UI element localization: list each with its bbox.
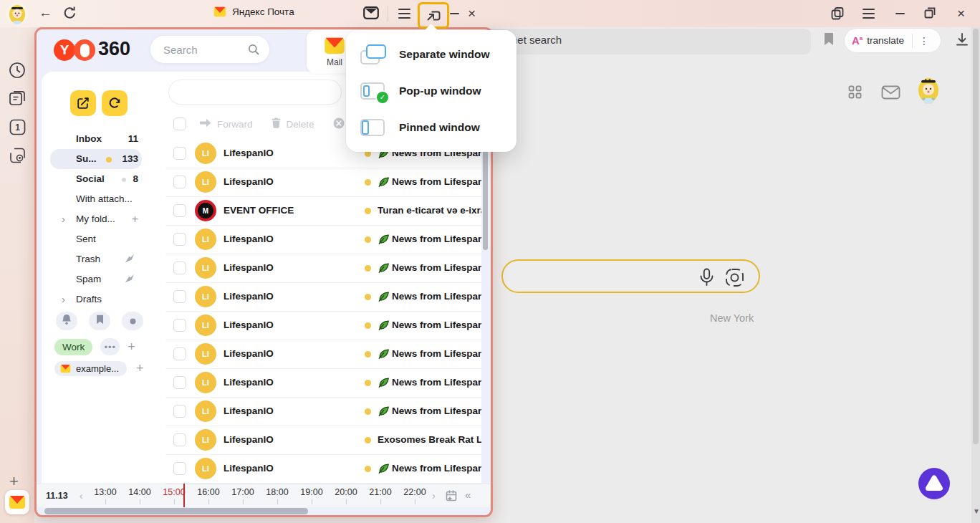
timeline-hour[interactable]: 17:00: [226, 487, 260, 504]
chevron-right-icon[interactable]: ›: [62, 209, 65, 229]
services-grid-button[interactable]: [848, 85, 862, 102]
folder-item-drafts[interactable]: ›Drafts: [50, 289, 142, 310]
screenshot-button[interactable]: [8, 147, 27, 164]
menu-item-pinned-window[interactable]: Pinned window: [346, 109, 517, 145]
folder-item-sent[interactable]: Sent: [50, 229, 142, 249]
browser-minimize-button[interactable]: [895, 13, 905, 14]
page-user-avatar[interactable]: [914, 75, 943, 107]
timeline-hour[interactable]: 16:00: [191, 487, 226, 504]
quick-filter-bookmarks[interactable]: [89, 312, 110, 330]
timeline-hour[interactable]: 20:00: [329, 487, 363, 504]
tab-count-button[interactable]: 1: [8, 119, 27, 135]
label-work[interactable]: Work: [54, 339, 92, 355]
timeline-next-icon[interactable]: ›: [432, 490, 436, 502]
translate-button[interactable]: Aa translate ⋮: [844, 28, 941, 53]
check-mail-button[interactable]: [102, 90, 128, 116]
message-checkbox[interactable]: [173, 319, 186, 332]
add-label-button[interactable]: +: [128, 340, 135, 355]
folder-item-inbox[interactable]: Inbox11: [50, 129, 142, 149]
timeline-hour[interactable]: 18:00: [260, 487, 294, 504]
minimize-button[interactable]: [450, 13, 459, 14]
message-row[interactable]: LILifespanIONews from Lifespan.: [165, 454, 481, 483]
voice-search-icon[interactable]: [699, 268, 714, 290]
folder-item-with-attachments[interactable]: With attach...: [50, 189, 142, 209]
refresh-button[interactable]: [63, 6, 77, 22]
message-row[interactable]: LILifespanIONews from Lifespan.: [165, 397, 481, 426]
yandex-logo-y[interactable]: Y: [54, 39, 75, 61]
chevron-right-icon[interactable]: ›: [62, 289, 65, 310]
menu-item-separate-window[interactable]: Separate window: [346, 36, 517, 72]
add-account-button[interactable]: +: [136, 361, 144, 376]
folder-item-subscriptions[interactable]: Su...133: [50, 149, 142, 169]
horizontal-scrollbar-thumb[interactable]: [44, 508, 308, 514]
user-avatar[interactable]: [6, 3, 28, 24]
folder-item-social[interactable]: Social8: [50, 169, 142, 189]
message-checkbox[interactable]: [173, 433, 186, 446]
calendar-add-icon[interactable]: [445, 489, 458, 505]
message-row[interactable]: LILifespanIONews from Lifespan.: [165, 168, 481, 196]
message-row[interactable]: MEVENT OFFICETuran e-ticarət və e-ixra: [165, 196, 481, 225]
message-row[interactable]: LILifespanIONews from Lifespan.: [165, 340, 481, 368]
clear-folder-icon[interactable]: [125, 250, 135, 270]
message-row[interactable]: LILifespanIONews from Lifespan.: [165, 282, 481, 311]
window-mode-button[interactable]: [418, 2, 449, 29]
mail-envelope-button[interactable]: [363, 6, 379, 22]
list-header-bar[interactable]: [169, 80, 341, 104]
clear-folder-icon[interactable]: [125, 270, 135, 290]
page-scrollbar-thumb[interactable]: [973, 29, 979, 444]
message-checkbox[interactable]: [173, 376, 186, 389]
message-row[interactable]: LILifespanIONews from Lifespan.: [165, 254, 481, 282]
browser-menu-button[interactable]: [863, 9, 875, 21]
kebab-menu-icon[interactable]: ⋮: [919, 36, 929, 46]
message-row[interactable]: LILifespanIOExosomes Break Rat Lif: [165, 426, 481, 454]
location-label[interactable]: New York: [710, 312, 754, 324]
message-checkbox[interactable]: [173, 405, 186, 418]
message-checkbox[interactable]: [173, 176, 186, 188]
quick-filter-reminders[interactable]: [56, 312, 77, 330]
message-checkbox[interactable]: [173, 262, 186, 274]
timeline-hour[interactable]: 21:00: [363, 487, 398, 504]
collections-button[interactable]: [8, 90, 27, 106]
history-button[interactable]: [8, 62, 27, 79]
scrollbar-down-arrow[interactable]: ▼: [973, 507, 980, 515]
labels-more-button[interactable]: •••: [100, 338, 120, 355]
message-checkbox[interactable]: [173, 204, 186, 217]
timeline-hour[interactable]: 19:00: [294, 487, 329, 504]
bookmark-icon[interactable]: [824, 32, 834, 49]
timeline-prev-icon[interactable]: ‹: [80, 490, 83, 502]
downloads-button[interactable]: [955, 32, 969, 49]
folder-item-trash[interactable]: Trash: [50, 249, 142, 269]
back-button[interactable]: ←: [39, 5, 52, 21]
browser-tabs-button[interactable]: [831, 7, 844, 23]
menu-button[interactable]: [398, 9, 410, 21]
add-folder-icon[interactable]: +: [132, 209, 138, 229]
menu-item-popup-window[interactable]: ✓Pop-up window: [346, 72, 517, 109]
message-checkbox[interactable]: [173, 233, 186, 246]
message-row[interactable]: LILifespanIONews from Lifespan.: [165, 368, 481, 397]
mail-search-bar[interactable]: Search: [150, 36, 269, 63]
message-row[interactable]: LILifespanIONews from Lifespan.: [165, 311, 481, 340]
address-text[interactable]: net search: [511, 34, 562, 46]
compose-button[interactable]: [70, 90, 96, 116]
alisa-assistant-button[interactable]: [918, 467, 951, 500]
browser-restore-button[interactable]: [924, 7, 936, 21]
timeline-hour[interactable]: 15:00: [157, 487, 191, 504]
forward-button[interactable]: Forward: [199, 118, 253, 130]
folder-item-my-folders[interactable]: ›My fold...+: [50, 209, 142, 229]
add-panel-button[interactable]: +: [9, 472, 19, 491]
message-checkbox[interactable]: [173, 147, 186, 160]
quick-filter-marker[interactable]: [122, 312, 143, 330]
select-all-checkbox[interactable]: [173, 117, 186, 130]
message-checkbox[interactable]: [173, 462, 186, 475]
message-checkbox[interactable]: [173, 347, 186, 360]
page-mail-button[interactable]: [881, 85, 900, 102]
close-button[interactable]: ×: [468, 6, 476, 21]
folder-item-spam[interactable]: Spam: [50, 269, 142, 289]
message-row[interactable]: LILifespanIONews from Lifespan.: [165, 225, 481, 254]
delete-button[interactable]: Delete: [272, 117, 314, 130]
collapse-timeline-icon[interactable]: «: [465, 489, 471, 501]
message-checkbox[interactable]: [173, 290, 186, 303]
browser-close-button[interactable]: ×: [957, 6, 965, 21]
page-search-box[interactable]: [501, 259, 760, 293]
yandex-mail-app-button[interactable]: [5, 490, 29, 514]
